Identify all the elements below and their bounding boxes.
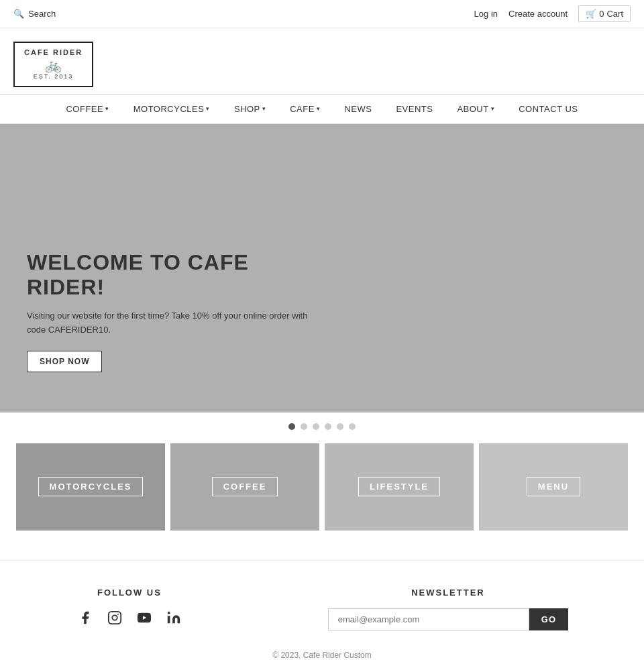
motorcycles-dropdown-icon: ▾ xyxy=(206,105,210,112)
nav-shop[interactable]: SHOP ▾ xyxy=(222,95,278,123)
logo-line1: CAFE RIDER xyxy=(24,48,83,56)
nav-coffee-label: COFFEE xyxy=(66,104,103,114)
search-area[interactable]: 🔍 Search xyxy=(13,9,56,19)
logo-box: CAFE RIDER 🚲 EST. 2013 xyxy=(13,42,93,87)
footer-newsletter: NEWSLETTER GO xyxy=(328,588,568,630)
search-icon: 🔍 xyxy=(13,9,24,19)
footer-follow: FOLLOW US xyxy=(76,588,183,627)
instagram-icon[interactable] xyxy=(105,608,124,627)
category-menu[interactable]: MENU xyxy=(479,443,628,531)
youtube-icon[interactable] xyxy=(135,608,154,627)
nav-coffee[interactable]: COFFEE ▾ xyxy=(54,95,121,123)
logo-line2: EST. 2013 xyxy=(34,74,74,80)
nav-shop-label: SHOP xyxy=(234,104,260,114)
svg-point-2 xyxy=(117,614,119,615)
logo-area[interactable]: CAFE RIDER 🚲 EST. 2013 xyxy=(0,35,107,94)
linkedin-icon[interactable] xyxy=(164,608,183,627)
footer-inner: FOLLOW US xyxy=(13,588,631,630)
cafe-dropdown-icon: ▾ xyxy=(317,105,321,112)
nav-motorcycles-label: MOTORCYCLES xyxy=(133,104,205,114)
slider-dot-2[interactable] xyxy=(301,423,307,430)
category-lifestyle[interactable]: LIFESTYLE xyxy=(325,443,474,531)
cart-icon: 🛒 xyxy=(586,9,596,19)
category-lifestyle-label: LIFESTYLE xyxy=(358,477,440,496)
search-label: Search xyxy=(28,9,56,19)
category-motorcycles-label: MOTORCYCLES xyxy=(38,477,144,496)
newsletter-form: GO xyxy=(328,608,568,630)
top-bar-right: Log in Create account 🛒 0 Cart xyxy=(474,5,631,22)
nav-motorcycles[interactable]: MOTORCYCLES ▾ xyxy=(121,95,222,123)
slider-dots xyxy=(0,412,644,441)
top-bar: 🔍 Search Log in Create account 🛒 0 Cart xyxy=(0,0,644,28)
hero-description: Visiting our website for the first time?… xyxy=(27,309,309,337)
nav-events-label: EVENTS xyxy=(396,104,433,114)
newsletter-submit-button[interactable]: GO xyxy=(529,608,568,630)
cart-button[interactable]: 🛒 0 Cart xyxy=(578,5,631,22)
slider-dot-4[interactable] xyxy=(325,423,331,430)
shop-now-button[interactable]: SHOP NOW xyxy=(27,351,102,372)
category-grid: MOTORCYCLES COFFEE LIFESTYLE MENU xyxy=(0,441,644,533)
nav-contact-label: CONTACT US xyxy=(519,104,578,114)
svg-point-1 xyxy=(112,615,117,620)
category-coffee-label: COFFEE xyxy=(212,477,278,496)
svg-point-5 xyxy=(168,612,170,614)
login-link[interactable]: Log in xyxy=(474,9,498,19)
footer-copyright: © 2023, Cafe Rider Custom xyxy=(13,651,631,660)
newsletter-title: NEWSLETTER xyxy=(328,588,568,598)
coffee-dropdown-icon: ▾ xyxy=(105,105,109,112)
header: CAFE RIDER 🚲 EST. 2013 COFFEE ▾ MOTORCYC… xyxy=(0,28,644,124)
hero-title: WELCOME TO CAFE RIDER! xyxy=(27,250,309,300)
create-account-link[interactable]: Create account xyxy=(508,9,568,19)
slider-dot-1[interactable] xyxy=(288,423,295,430)
nav-about-label: ABOUT xyxy=(457,104,488,114)
svg-rect-4 xyxy=(168,616,170,623)
category-motorcycles[interactable]: MOTORCYCLES xyxy=(16,443,165,531)
slider-dot-5[interactable] xyxy=(337,423,343,430)
newsletter-input[interactable] xyxy=(328,608,529,630)
footer: FOLLOW US xyxy=(0,560,644,664)
nav-events[interactable]: EVENTS xyxy=(384,95,445,123)
nav-news[interactable]: NEWS xyxy=(332,95,384,123)
follow-us-title: FOLLOW US xyxy=(76,588,183,598)
hero-content: WELCOME TO CAFE RIDER! Visiting our webs… xyxy=(27,250,309,372)
nav-cafe[interactable]: CAFE ▾ xyxy=(278,95,332,123)
nav-news-label: NEWS xyxy=(344,104,372,114)
nav-contact[interactable]: CONTACT US xyxy=(506,95,590,123)
facebook-icon[interactable] xyxy=(76,608,95,627)
svg-rect-0 xyxy=(109,612,121,624)
cart-count: 0 xyxy=(599,9,604,19)
category-menu-label: MENU xyxy=(527,477,580,496)
about-dropdown-icon: ▾ xyxy=(491,105,495,112)
social-icons xyxy=(76,608,183,627)
category-coffee[interactable]: COFFEE xyxy=(170,443,319,531)
slider-dot-3[interactable] xyxy=(313,423,319,430)
slider-dot-6[interactable] xyxy=(349,423,356,430)
hero-section: WELCOME TO CAFE RIDER! Visiting our webs… xyxy=(0,124,644,412)
shop-dropdown-icon: ▾ xyxy=(262,105,266,112)
nav-cafe-label: CAFE xyxy=(290,104,315,114)
cart-label: Cart xyxy=(606,9,623,19)
nav-about[interactable]: ABOUT ▾ xyxy=(445,95,506,123)
logo-icon: 🚲 xyxy=(45,58,62,72)
main-nav: COFFEE ▾ MOTORCYCLES ▾ SHOP ▾ CAFE ▾ NEW… xyxy=(0,94,644,124)
